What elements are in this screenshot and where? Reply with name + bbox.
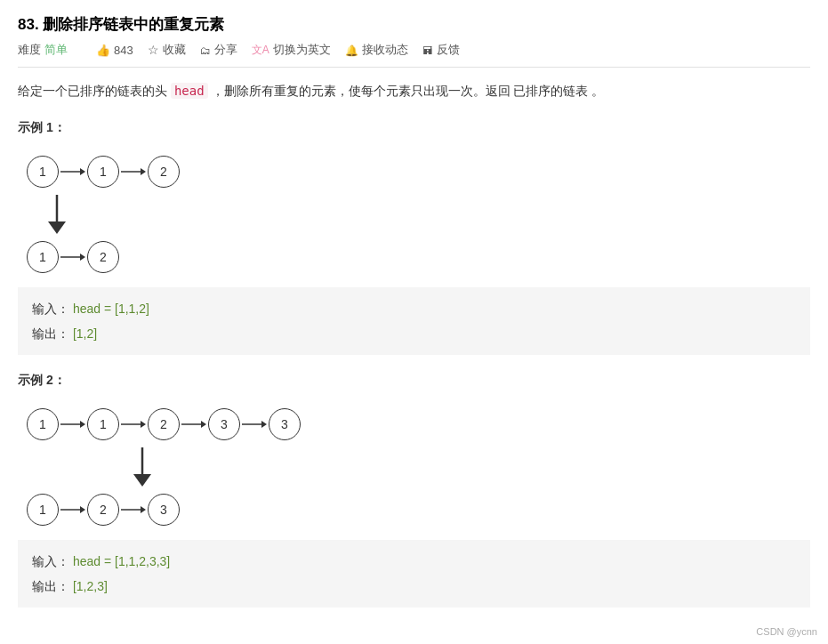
svg-marker-5 [48,221,66,234]
node-e1-in-0: 1 [27,156,59,188]
difficulty-value: 简单 [44,42,68,58]
share-label: 分享 [214,42,237,58]
node-e2-in-0: 1 [27,408,59,440]
svg-marker-13 [201,421,206,428]
example2-block: 示例 2： 1 1 2 [18,373,810,608]
example2-input-list: 1 1 2 3 [27,408,810,440]
example1-output-list: 1 2 [27,241,810,273]
svg-marker-1 [80,168,85,175]
subscribe-label: 接收动态 [362,42,408,58]
likes-item[interactable]: 843 [96,44,133,57]
example1-input-value: head = [1,1,2] [73,302,149,316]
example2-input-label: 输入： [32,554,69,568]
svg-marker-7 [80,254,85,261]
example2-output-label: 输出： [32,579,69,593]
node-e1-out-1: 2 [87,241,119,273]
share-item[interactable]: 分享 [200,42,237,58]
collect-item[interactable]: 收藏 [148,42,186,58]
desc-text-after: ，删除所有重复的元素，使每个元素只出现一次。返回 已排序的链表 。 [212,84,605,98]
example1-io-box: 输入： head = [1,1,2] 输出： [1,2] [18,287,810,355]
example1-output-value: [1,2] [73,326,97,341]
svg-marker-21 [141,506,146,513]
node-e1-in-1: 1 [87,156,119,188]
lang-icon [252,43,269,58]
arrow-e1-in-0 [60,165,85,179]
example1-output-label: 输出： [32,326,69,341]
example1-input-list: 1 1 2 [27,156,810,188]
example2-down-arrow [130,447,810,487]
feedback-label: 反馈 [437,42,460,58]
svg-marker-11 [141,421,146,428]
example2-output-list: 1 2 3 [27,494,810,526]
toolbar: 难度 简单 843 收藏 分享 切换为英文 接收动态 反馈 [18,42,810,68]
arrow-e2-in-0 [60,417,85,431]
star-icon [148,43,159,57]
arrow-e2-out-0 [60,503,85,517]
example1-output-line: 输出： [1,2] [32,321,796,346]
example1-down-arrow [44,195,810,234]
svg-marker-9 [80,421,85,428]
svg-marker-17 [133,474,151,487]
node-e2-in-3: 3 [208,408,240,440]
likes-count: 843 [114,44,133,57]
page-title: 83. 删除排序链表中的重复元素 [18,14,810,35]
desc-text-before: 给定一个已排序的链表的头 [18,84,167,98]
arrow-e1-in-1 [121,165,146,179]
node-e2-in-1: 1 [87,408,119,440]
example1-input-line: 输入： head = [1,1,2] [32,296,796,321]
example2-io-box: 输入： head = [1,1,2,3,3] 输出： [1,2,3] [18,540,810,608]
node-e2-out-2: 3 [148,494,180,526]
node-e1-out-0: 1 [27,241,59,273]
collect-label: 收藏 [163,42,186,58]
arrow-e2-in-3 [242,417,267,431]
example1-block: 示例 1： 1 1 2 [18,120,810,355]
svg-marker-3 [141,168,146,175]
example2-input-value: head = [1,1,2,3,3] [73,554,170,568]
feedback-icon [422,44,433,57]
arrow-e2-out-1 [121,503,146,517]
svg-marker-19 [80,506,85,513]
arrow-e2-in-1 [121,417,146,431]
arrow-e1-out-0 [60,250,85,264]
difficulty-item: 难度 简单 [18,42,68,58]
problem-description: 给定一个已排序的链表的头 head ，删除所有重复的元素，使每个元素只出现一次。… [18,80,810,102]
example2-output-line: 输出： [1,2,3] [32,574,796,599]
node-e2-in-2: 2 [148,408,180,440]
desc-code-word: head [171,83,208,99]
node-e1-in-2: 2 [148,156,180,188]
share-icon [200,44,211,57]
example1-title: 示例 1： [18,120,810,136]
switch-label: 切换为英文 [273,42,331,58]
example2-output-value: [1,2,3] [73,579,108,593]
like-icon [96,44,110,57]
switch-lang-item[interactable]: 切换为英文 [252,42,331,58]
example1-input-label: 输入： [32,302,69,316]
example2-diagram: 1 1 2 3 [18,399,810,540]
bell-icon [345,44,358,57]
footer-brand: CSDN @yсnn [756,626,817,637]
difficulty-label: 难度 [18,42,41,58]
subscribe-item[interactable]: 接收动态 [345,42,408,58]
node-e2-out-1: 2 [87,494,119,526]
node-e2-out-0: 1 [27,494,59,526]
svg-marker-15 [261,421,267,428]
arrow-e2-in-2 [181,417,206,431]
feedback-item[interactable]: 反馈 [422,42,460,58]
example2-title: 示例 2： [18,373,810,389]
node-e2-in-4: 3 [269,408,301,440]
example1-diagram: 1 1 2 1 [18,147,810,287]
example2-input-line: 输入： head = [1,1,2,3,3] [32,549,796,574]
